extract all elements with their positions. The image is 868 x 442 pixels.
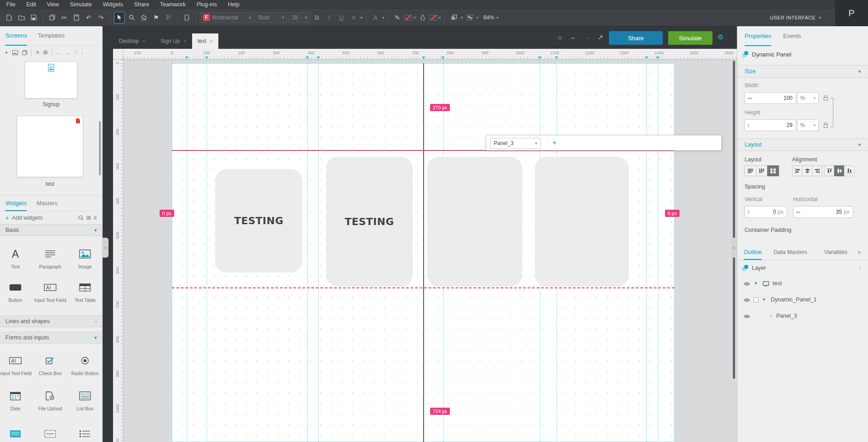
guide-marker-icon[interactable]: [205, 56, 208, 59]
tab-data-masters[interactable]: Data Masters: [774, 249, 807, 260]
search-widgets-icon[interactable]: [78, 215, 84, 221]
menu-view[interactable]: View: [47, 1, 59, 8]
height-value[interactable]: 29: [787, 122, 793, 128]
italic-button[interactable]: I: [324, 12, 335, 24]
step-right-icon[interactable]: ▸: [799, 210, 802, 214]
height-unit-select[interactable]: % ▾: [797, 119, 819, 131]
guide-center-dark[interactable]: [423, 63, 424, 442]
font-size-select[interactable]: 28 ▾: [288, 12, 310, 23]
select-checkbox[interactable]: [754, 297, 759, 302]
share-button[interactable]: Share: [609, 31, 663, 45]
widget-input-text-field-2[interactable]: A Input Text Field: [0, 353, 32, 376]
guide-marker-icon[interactable]: [555, 56, 558, 59]
duplicate-screen-icon[interactable]: [22, 50, 27, 55]
screen-thumbnail-test[interactable]: [17, 116, 83, 177]
align-center-button[interactable]: [802, 165, 812, 176]
width-value[interactable]: 100: [783, 95, 793, 101]
nav-down-icon[interactable]: ↓: [81, 50, 84, 55]
gear-icon[interactable]: ⚙: [716, 32, 726, 42]
save-icon[interactable]: [28, 12, 39, 24]
grid-view-icon[interactable]: ⊞: [43, 49, 47, 56]
vertical-spacing-stepper[interactable]: ▴▾: [745, 210, 752, 215]
close-icon[interactable]: ×: [184, 38, 186, 44]
nav-up-icon[interactable]: ↑: [74, 50, 77, 55]
menu-simulate[interactable]: Simulate: [70, 1, 92, 8]
screen-name[interactable]: Signup: [25, 101, 77, 108]
horizontal-spacing-input[interactable]: ◂▸ 35 px: [793, 206, 853, 218]
add-widgets-button[interactable]: Add widgets: [12, 215, 42, 221]
height-input[interactable]: ▴▾ 29: [745, 119, 796, 131]
stroke-pen-icon[interactable]: ✎: [392, 12, 403, 24]
canvas-viewport[interactable]: TESTING TESTING 270 px 0 px 0 px 724 px …: [123, 60, 737, 442]
open-folder-icon[interactable]: [16, 12, 27, 24]
widget-list-box[interactable]: List Box: [68, 389, 102, 411]
guide-marker-icon[interactable]: [645, 56, 648, 59]
widget-partial-3[interactable]: [68, 427, 102, 441]
tree-row-test[interactable]: ▾ test: [737, 276, 868, 292]
redo-icon[interactable]: ↷: [95, 12, 106, 24]
widget-input-text-field[interactable]: A Input Text Field: [33, 280, 67, 303]
width-input[interactable]: ◂▸ 100: [745, 92, 796, 104]
step-down-icon[interactable]: ▾: [748, 212, 749, 215]
fill-droplet-icon[interactable]: [417, 12, 428, 24]
width-stepper[interactable]: ◂▸: [745, 96, 755, 100]
tab-variables[interactable]: Variables: [824, 249, 847, 260]
height-lock-icon[interactable]: [823, 122, 828, 128]
bold-button[interactable]: B: [311, 12, 322, 24]
menu-file[interactable]: File: [6, 1, 15, 8]
section-basic[interactable]: Basic ▾: [0, 224, 102, 236]
widget-button[interactable]: Button: [0, 280, 32, 303]
font-style-select[interactable]: Bold ▾: [255, 12, 287, 23]
align-left-button[interactable]: [792, 165, 802, 176]
width-lock-icon[interactable]: [823, 95, 828, 101]
eye-icon[interactable]: [744, 298, 750, 302]
tab-events[interactable]: Events: [783, 26, 801, 46]
panel-select[interactable]: Panel_3 ▾: [490, 138, 541, 149]
simulate-button[interactable]: Simulate: [668, 31, 712, 45]
width-unit-select[interactable]: % ▾: [797, 92, 819, 104]
tab-outline[interactable]: Outline: [744, 249, 762, 260]
step-right-icon[interactable]: ▸: [750, 96, 754, 100]
align-right-button[interactable]: [812, 165, 822, 176]
collapse-right-panel-handle[interactable]: ›: [731, 238, 737, 258]
section-lines-and-shapes[interactable]: Lines and shapes ›: [0, 315, 102, 327]
align-middle-button[interactable]: [834, 165, 844, 176]
copy-icon[interactable]: [47, 12, 57, 24]
device-icon[interactable]: [181, 12, 192, 24]
widget-date[interactable]: Date: [0, 389, 32, 411]
menu-edit[interactable]: Edit: [26, 1, 36, 8]
menu-help[interactable]: Help: [228, 1, 240, 8]
guide-marker-icon[interactable]: [185, 56, 189, 59]
tab-templates[interactable]: Templates: [38, 26, 65, 46]
canvas-scrollbar[interactable]: [733, 61, 735, 379]
tree-row-panel3[interactable]: › Panel_3: [737, 308, 868, 324]
font-family-select[interactable]: F Montserrat ▾: [200, 12, 254, 23]
arrange-icon[interactable]: [448, 12, 459, 24]
tab-masters[interactable]: Masters: [37, 196, 57, 211]
text-align-select[interactable]: ≡: [348, 12, 359, 24]
panel-bottom-edge[interactable]: [172, 287, 675, 288]
height-stepper[interactable]: ▴▾: [745, 123, 752, 128]
guide-vertical[interactable]: [307, 63, 308, 442]
select-tool-icon[interactable]: [114, 12, 125, 24]
guide-marker-icon[interactable]: [306, 56, 309, 59]
doc-tab-desktop[interactable]: Desktop ×: [113, 33, 151, 49]
sort-up-icon[interactable]: ↑: [859, 264, 861, 271]
cut-icon[interactable]: ✂: [59, 12, 70, 24]
widget-paragraph[interactable]: Paragraph: [33, 247, 67, 269]
group-icon[interactable]: [464, 12, 475, 24]
list-view-icon[interactable]: ≡: [36, 49, 39, 56]
guide-vertical[interactable]: [207, 63, 207, 442]
widget-file-upload[interactable]: File Upload: [33, 389, 67, 411]
widget-text[interactable]: A Text: [0, 247, 32, 269]
section-layout[interactable]: Layout ▾: [737, 138, 868, 151]
guide-vertical[interactable]: [646, 63, 647, 442]
tab-screens[interactable]: Screens: [5, 26, 27, 46]
flag-icon[interactable]: ⚑: [151, 12, 161, 24]
tree-node-label[interactable]: Dynamic_Panel_1: [771, 296, 816, 303]
screen-name[interactable]: test: [17, 181, 83, 187]
tree-node-label[interactable]: Panel_3: [776, 313, 797, 319]
widgets-grid-view-icon[interactable]: ⊞: [86, 215, 91, 221]
expand-icon[interactable]: ›: [770, 313, 772, 319]
font-color-button[interactable]: A: [370, 12, 381, 24]
